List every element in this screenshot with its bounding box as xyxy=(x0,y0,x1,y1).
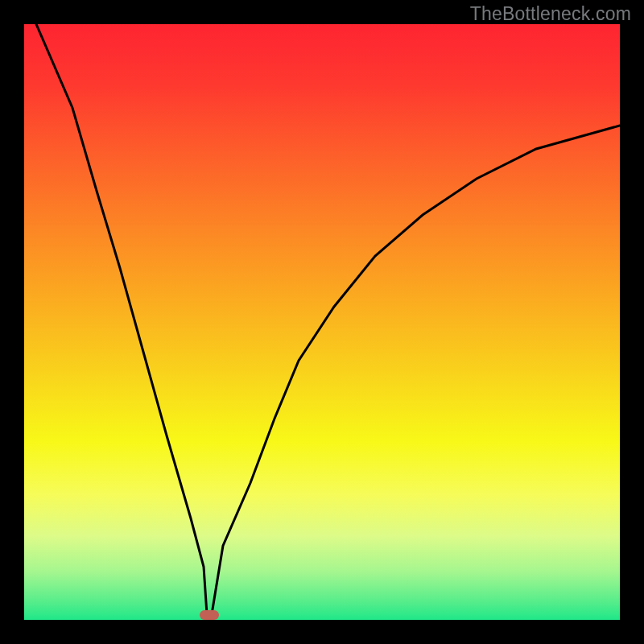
chart-frame: TheBottleneck.com xyxy=(0,0,644,644)
plot-area xyxy=(24,24,620,620)
watermark-text: TheBottleneck.com xyxy=(470,3,631,25)
curve-svg xyxy=(24,24,620,620)
optimal-marker xyxy=(200,610,219,620)
bottleneck-curve xyxy=(36,24,620,617)
